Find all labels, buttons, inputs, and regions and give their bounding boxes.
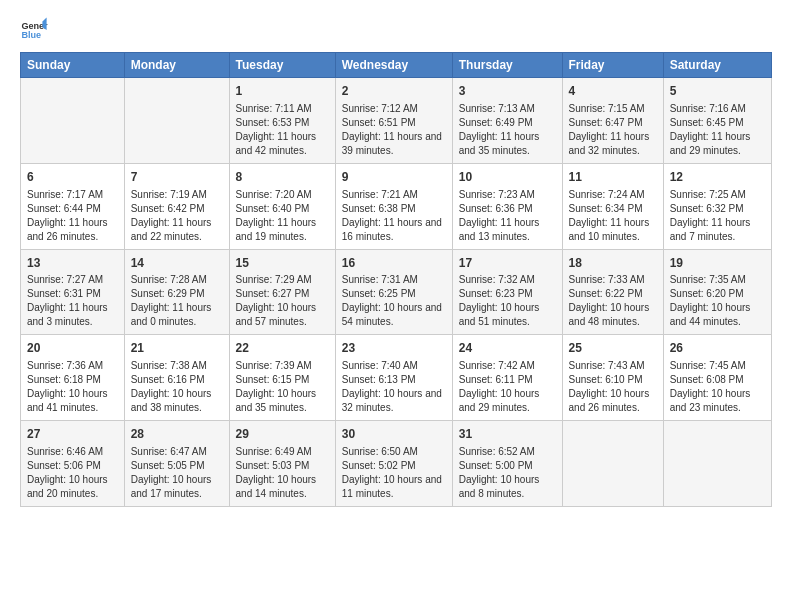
cell-content: Sunrise: 6:47 AM Sunset: 5:05 PM Dayligh…: [131, 445, 223, 501]
cell-content: Sunrise: 6:52 AM Sunset: 5:00 PM Dayligh…: [459, 445, 556, 501]
cell-content: Sunrise: 7:32 AM Sunset: 6:23 PM Dayligh…: [459, 273, 556, 329]
cell-content: Sunrise: 7:16 AM Sunset: 6:45 PM Dayligh…: [670, 102, 765, 158]
day-number: 27: [27, 426, 118, 443]
day-header-wednesday: Wednesday: [335, 53, 452, 78]
calendar-cell: 6Sunrise: 7:17 AM Sunset: 6:44 PM Daylig…: [21, 163, 125, 249]
calendar-cell: 20Sunrise: 7:36 AM Sunset: 6:18 PM Dayli…: [21, 335, 125, 421]
calendar-cell: 10Sunrise: 7:23 AM Sunset: 6:36 PM Dayli…: [452, 163, 562, 249]
day-number: 12: [670, 169, 765, 186]
cell-content: Sunrise: 6:49 AM Sunset: 5:03 PM Dayligh…: [236, 445, 329, 501]
day-number: 30: [342, 426, 446, 443]
svg-text:Blue: Blue: [21, 30, 41, 40]
day-header-sunday: Sunday: [21, 53, 125, 78]
day-number: 29: [236, 426, 329, 443]
cell-content: Sunrise: 7:11 AM Sunset: 6:53 PM Dayligh…: [236, 102, 329, 158]
cell-content: Sunrise: 6:46 AM Sunset: 5:06 PM Dayligh…: [27, 445, 118, 501]
day-number: 22: [236, 340, 329, 357]
calendar-cell: 17Sunrise: 7:32 AM Sunset: 6:23 PM Dayli…: [452, 249, 562, 335]
cell-content: Sunrise: 7:29 AM Sunset: 6:27 PM Dayligh…: [236, 273, 329, 329]
calendar-cell: 9Sunrise: 7:21 AM Sunset: 6:38 PM Daylig…: [335, 163, 452, 249]
cell-content: Sunrise: 7:28 AM Sunset: 6:29 PM Dayligh…: [131, 273, 223, 329]
calendar-cell: 22Sunrise: 7:39 AM Sunset: 6:15 PM Dayli…: [229, 335, 335, 421]
week-row-5: 27Sunrise: 6:46 AM Sunset: 5:06 PM Dayli…: [21, 421, 772, 507]
cell-content: Sunrise: 6:50 AM Sunset: 5:02 PM Dayligh…: [342, 445, 446, 501]
day-number: 1: [236, 83, 329, 100]
day-number: 8: [236, 169, 329, 186]
week-row-4: 20Sunrise: 7:36 AM Sunset: 6:18 PM Dayli…: [21, 335, 772, 421]
cell-content: Sunrise: 7:35 AM Sunset: 6:20 PM Dayligh…: [670, 273, 765, 329]
calendar-header-row: SundayMondayTuesdayWednesdayThursdayFrid…: [21, 53, 772, 78]
calendar-cell: [21, 78, 125, 164]
cell-content: Sunrise: 7:43 AM Sunset: 6:10 PM Dayligh…: [569, 359, 657, 415]
calendar-cell: 24Sunrise: 7:42 AM Sunset: 6:11 PM Dayli…: [452, 335, 562, 421]
day-number: 31: [459, 426, 556, 443]
day-number: 13: [27, 255, 118, 272]
week-row-2: 6Sunrise: 7:17 AM Sunset: 6:44 PM Daylig…: [21, 163, 772, 249]
cell-content: Sunrise: 7:36 AM Sunset: 6:18 PM Dayligh…: [27, 359, 118, 415]
calendar-body: 1Sunrise: 7:11 AM Sunset: 6:53 PM Daylig…: [21, 78, 772, 507]
calendar-cell: 12Sunrise: 7:25 AM Sunset: 6:32 PM Dayli…: [663, 163, 771, 249]
day-number: 15: [236, 255, 329, 272]
day-number: 16: [342, 255, 446, 272]
calendar-cell: 1Sunrise: 7:11 AM Sunset: 6:53 PM Daylig…: [229, 78, 335, 164]
calendar-cell: 2Sunrise: 7:12 AM Sunset: 6:51 PM Daylig…: [335, 78, 452, 164]
day-number: 11: [569, 169, 657, 186]
calendar-cell: 3Sunrise: 7:13 AM Sunset: 6:49 PM Daylig…: [452, 78, 562, 164]
day-number: 14: [131, 255, 223, 272]
cell-content: Sunrise: 7:45 AM Sunset: 6:08 PM Dayligh…: [670, 359, 765, 415]
cell-content: Sunrise: 7:39 AM Sunset: 6:15 PM Dayligh…: [236, 359, 329, 415]
calendar-cell: 31Sunrise: 6:52 AM Sunset: 5:00 PM Dayli…: [452, 421, 562, 507]
calendar-cell: 27Sunrise: 6:46 AM Sunset: 5:06 PM Dayli…: [21, 421, 125, 507]
week-row-3: 13Sunrise: 7:27 AM Sunset: 6:31 PM Dayli…: [21, 249, 772, 335]
calendar-cell: 30Sunrise: 6:50 AM Sunset: 5:02 PM Dayli…: [335, 421, 452, 507]
cell-content: Sunrise: 7:33 AM Sunset: 6:22 PM Dayligh…: [569, 273, 657, 329]
week-row-1: 1Sunrise: 7:11 AM Sunset: 6:53 PM Daylig…: [21, 78, 772, 164]
day-number: 10: [459, 169, 556, 186]
day-number: 6: [27, 169, 118, 186]
cell-content: Sunrise: 7:24 AM Sunset: 6:34 PM Dayligh…: [569, 188, 657, 244]
day-header-monday: Monday: [124, 53, 229, 78]
page-header: General Blue: [20, 16, 772, 44]
day-number: 26: [670, 340, 765, 357]
cell-content: Sunrise: 7:23 AM Sunset: 6:36 PM Dayligh…: [459, 188, 556, 244]
calendar-cell: 5Sunrise: 7:16 AM Sunset: 6:45 PM Daylig…: [663, 78, 771, 164]
day-number: 5: [670, 83, 765, 100]
calendar-cell: 13Sunrise: 7:27 AM Sunset: 6:31 PM Dayli…: [21, 249, 125, 335]
cell-content: Sunrise: 7:21 AM Sunset: 6:38 PM Dayligh…: [342, 188, 446, 244]
day-number: 2: [342, 83, 446, 100]
day-header-thursday: Thursday: [452, 53, 562, 78]
calendar-cell: [124, 78, 229, 164]
calendar-cell: 23Sunrise: 7:40 AM Sunset: 6:13 PM Dayli…: [335, 335, 452, 421]
day-number: 28: [131, 426, 223, 443]
cell-content: Sunrise: 7:15 AM Sunset: 6:47 PM Dayligh…: [569, 102, 657, 158]
calendar-cell: 15Sunrise: 7:29 AM Sunset: 6:27 PM Dayli…: [229, 249, 335, 335]
cell-content: Sunrise: 7:40 AM Sunset: 6:13 PM Dayligh…: [342, 359, 446, 415]
day-number: 20: [27, 340, 118, 357]
calendar-cell: 28Sunrise: 6:47 AM Sunset: 5:05 PM Dayli…: [124, 421, 229, 507]
cell-content: Sunrise: 7:31 AM Sunset: 6:25 PM Dayligh…: [342, 273, 446, 329]
cell-content: Sunrise: 7:38 AM Sunset: 6:16 PM Dayligh…: [131, 359, 223, 415]
calendar-cell: 4Sunrise: 7:15 AM Sunset: 6:47 PM Daylig…: [562, 78, 663, 164]
day-number: 3: [459, 83, 556, 100]
cell-content: Sunrise: 7:17 AM Sunset: 6:44 PM Dayligh…: [27, 188, 118, 244]
calendar-cell: 26Sunrise: 7:45 AM Sunset: 6:08 PM Dayli…: [663, 335, 771, 421]
day-header-friday: Friday: [562, 53, 663, 78]
calendar-cell: 7Sunrise: 7:19 AM Sunset: 6:42 PM Daylig…: [124, 163, 229, 249]
day-number: 17: [459, 255, 556, 272]
calendar-cell: 19Sunrise: 7:35 AM Sunset: 6:20 PM Dayli…: [663, 249, 771, 335]
logo: General Blue: [20, 16, 50, 44]
cell-content: Sunrise: 7:42 AM Sunset: 6:11 PM Dayligh…: [459, 359, 556, 415]
logo-icon: General Blue: [20, 16, 48, 44]
calendar-cell: 8Sunrise: 7:20 AM Sunset: 6:40 PM Daylig…: [229, 163, 335, 249]
day-number: 24: [459, 340, 556, 357]
cell-content: Sunrise: 7:27 AM Sunset: 6:31 PM Dayligh…: [27, 273, 118, 329]
cell-content: Sunrise: 7:20 AM Sunset: 6:40 PM Dayligh…: [236, 188, 329, 244]
day-number: 18: [569, 255, 657, 272]
day-number: 21: [131, 340, 223, 357]
calendar-cell: 21Sunrise: 7:38 AM Sunset: 6:16 PM Dayli…: [124, 335, 229, 421]
day-number: 19: [670, 255, 765, 272]
day-number: 7: [131, 169, 223, 186]
day-number: 4: [569, 83, 657, 100]
cell-content: Sunrise: 7:12 AM Sunset: 6:51 PM Dayligh…: [342, 102, 446, 158]
cell-content: Sunrise: 7:13 AM Sunset: 6:49 PM Dayligh…: [459, 102, 556, 158]
